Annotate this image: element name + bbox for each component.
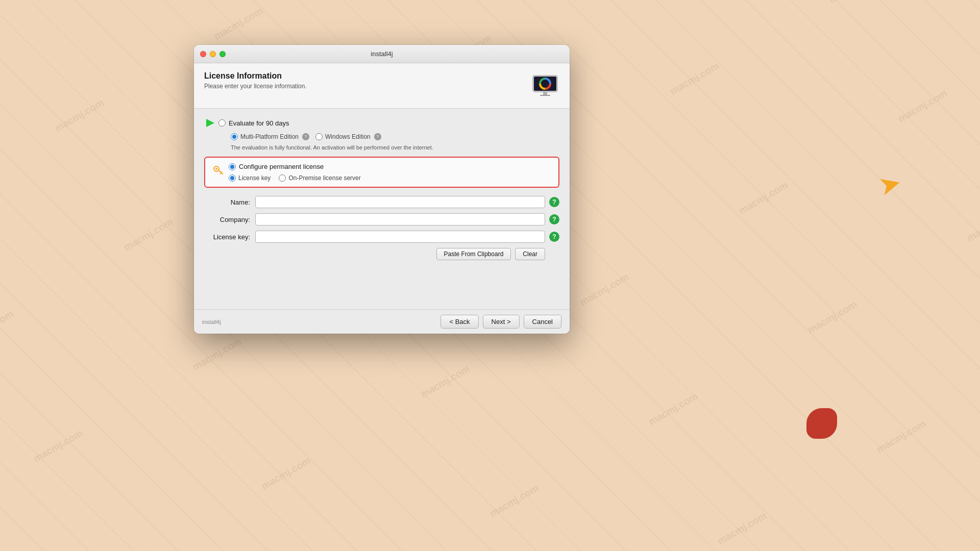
next-button[interactable]: Next >	[483, 315, 520, 329]
blob-decoration	[806, 408, 837, 439]
name-form-row: Name: ?	[204, 196, 559, 208]
installer-window: install4j License Information Please ent…	[194, 45, 570, 334]
company-input[interactable]	[255, 213, 545, 226]
page-subtitle: Please enter your license information.	[204, 83, 307, 90]
license-key-label: License key:	[204, 233, 255, 241]
onpremise-sub-option: On-Premise license server	[279, 174, 360, 182]
evaluate-radio[interactable]	[218, 119, 226, 127]
license-key-sub-option: License key	[229, 174, 271, 182]
svg-rect-4	[540, 95, 550, 96]
company-help-button[interactable]: ?	[549, 214, 559, 224]
multiplatform-radio[interactable]	[231, 133, 238, 140]
license-sub-options: License key On-Premise license server	[229, 174, 551, 182]
spacer	[204, 260, 559, 301]
action-buttons: Paste From Clipboard Clear	[204, 248, 559, 260]
license-box-inner: Configure permanent license License key …	[229, 163, 551, 182]
license-key-form-row: License key: ?	[204, 231, 559, 243]
page-title: License Information	[204, 71, 307, 81]
header-text: License Information Please enter your li…	[204, 71, 307, 90]
monitor-icon	[531, 71, 559, 100]
configure-permanent-radio[interactable]	[229, 163, 236, 170]
eval-note: The evaluation is fully functional. An a…	[231, 144, 559, 151]
maximize-button[interactable]	[219, 51, 226, 57]
back-button[interactable]: < Back	[440, 315, 478, 329]
window-footer: install4j < Back Next > Cancel	[194, 309, 570, 334]
license-key-input[interactable]	[255, 231, 545, 243]
window-content: License Information Please enter your li…	[194, 63, 570, 309]
svg-line-10	[220, 173, 221, 174]
footer-label: install4j	[202, 319, 221, 325]
footer-buttons: < Back Next > Cancel	[440, 315, 561, 329]
svg-point-7	[215, 168, 217, 170]
company-label: Company:	[204, 216, 255, 223]
evaluate-label[interactable]: Evaluate for 90 days	[218, 119, 289, 127]
paste-from-clipboard-button[interactable]: Paste From Clipboard	[436, 248, 511, 260]
traffic-lights	[200, 51, 226, 57]
license-key-radio[interactable]	[229, 174, 236, 182]
evaluate-option-row: Evaluate for 90 days	[204, 117, 559, 129]
minimize-button[interactable]	[210, 51, 216, 57]
close-button[interactable]	[200, 51, 206, 57]
cancel-button[interactable]: Cancel	[524, 315, 561, 329]
configure-permanent-row: Configure permanent license	[229, 163, 551, 170]
arrow-decoration: ➤	[875, 165, 906, 196]
windows-radio[interactable]	[315, 133, 323, 140]
configure-license-box: Configure permanent license License key …	[204, 157, 559, 188]
configure-permanent-label: Configure permanent license	[239, 163, 324, 170]
key-icon	[212, 164, 225, 176]
window-title: install4j	[371, 50, 393, 58]
content-area: Evaluate for 90 days Multi-Platform Edit…	[194, 109, 570, 309]
next-arrow-icon	[204, 117, 216, 129]
clear-button[interactable]: Clear	[515, 248, 545, 260]
svg-marker-5	[206, 119, 214, 127]
windows-sub-option: Windows Edition ?	[315, 133, 381, 140]
name-label: Name:	[204, 198, 255, 206]
company-form-row: Company: ?	[204, 213, 559, 226]
multiplatform-info[interactable]: ?	[302, 133, 309, 140]
windows-info[interactable]: ?	[374, 133, 381, 140]
name-help-button[interactable]: ?	[549, 197, 559, 207]
name-input[interactable]	[255, 196, 545, 208]
license-key-help-button[interactable]: ?	[549, 232, 559, 242]
multiplatform-sub-option: Multi-Platform Edition ?	[231, 133, 309, 140]
svg-rect-3	[543, 92, 547, 95]
evaluate-sub-options: Multi-Platform Edition ? Windows Edition…	[231, 133, 559, 140]
header-section: License Information Please enter your li…	[194, 63, 570, 109]
onpremise-radio[interactable]	[279, 174, 286, 182]
title-bar: install4j	[194, 45, 570, 63]
